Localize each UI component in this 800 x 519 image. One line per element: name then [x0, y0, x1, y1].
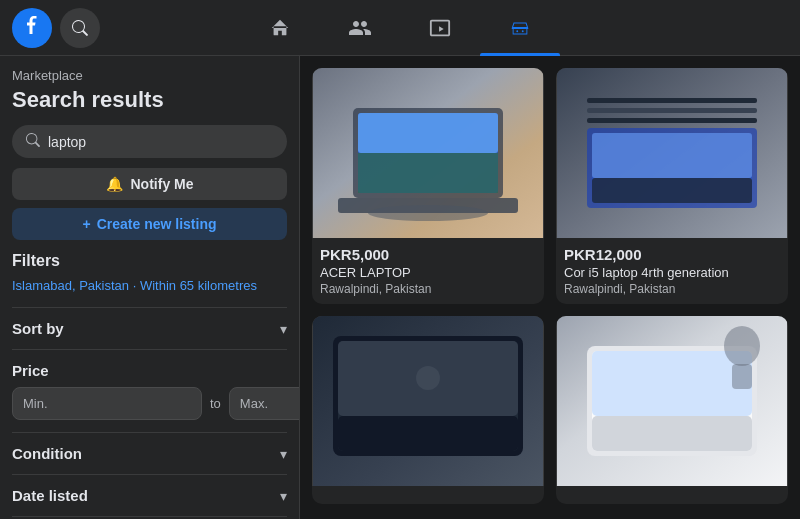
svg-rect-16	[592, 178, 752, 203]
product-name-0: ACER LAPTOP	[320, 265, 536, 280]
condition-filter[interactable]: Condition ▾	[12, 432, 287, 474]
price-min-input[interactable]	[12, 387, 202, 420]
svg-rect-26	[592, 351, 752, 416]
date-listed-label: Date listed	[12, 487, 88, 504]
svg-rect-15	[592, 133, 752, 178]
product-info-0: PKR5,000 ACER LAPTOP Rawalpindi, Pakista…	[312, 238, 544, 304]
svg-point-21	[416, 366, 440, 390]
product-grid: PKR5,000 ACER LAPTOP Rawalpindi, Pakista…	[312, 68, 788, 504]
condition-chevron-icon: ▾	[280, 446, 287, 462]
sidebar: Marketplace Search results 🔔 Notify Me +…	[0, 56, 300, 519]
main-content: PKR5,000 ACER LAPTOP Rawalpindi, Pakista…	[300, 56, 800, 519]
product-location-1: Rawalpindi, Pakistan	[564, 282, 780, 296]
sort-by-filter[interactable]: Sort by ▾	[12, 307, 287, 349]
date-listed-chevron-icon: ▾	[280, 488, 287, 504]
notify-me-button[interactable]: 🔔 Notify Me	[12, 168, 287, 200]
svg-rect-11	[587, 108, 757, 113]
product-location-0: Rawalpindi, Pakistan	[320, 282, 536, 296]
product-card-3[interactable]	[556, 316, 788, 504]
product-info-2	[312, 486, 544, 504]
price-filter: Price to	[12, 349, 287, 432]
date-listed-filter[interactable]: Date listed ▾	[12, 474, 287, 516]
product-info-1: PKR12,000 Cor i5 laptop 4rth generation …	[556, 238, 788, 304]
notify-btn-label: Notify Me	[131, 176, 194, 192]
svg-rect-10	[587, 98, 757, 103]
svg-point-1	[522, 30, 524, 32]
sort-by-label: Sort by	[12, 320, 64, 337]
search-button[interactable]	[60, 8, 100, 48]
plus-icon: +	[83, 216, 91, 232]
search-box[interactable]	[12, 125, 287, 158]
search-icon	[26, 133, 40, 150]
price-max-input[interactable]	[229, 387, 300, 420]
svg-rect-29	[732, 364, 752, 389]
main-layout: Marketplace Search results 🔔 Notify Me +…	[0, 56, 800, 519]
sort-by-chevron-icon: ▾	[280, 321, 287, 337]
svg-rect-6	[358, 153, 498, 193]
product-image-1	[556, 68, 788, 238]
nav-marketplace-button[interactable]	[480, 0, 560, 56]
product-card-2[interactable]	[312, 316, 544, 504]
product-image-2	[312, 316, 544, 486]
facebook-logo[interactable]	[12, 8, 52, 48]
filters-heading: Filters	[12, 252, 287, 270]
nav-center	[240, 0, 560, 56]
nav-left	[12, 8, 100, 48]
create-btn-label: Create new listing	[97, 216, 217, 232]
breadcrumb: Marketplace	[12, 68, 287, 83]
svg-point-28	[724, 326, 760, 366]
nav-watch-button[interactable]	[400, 0, 480, 56]
svg-rect-27	[592, 416, 752, 451]
svg-point-0	[516, 30, 518, 32]
top-navigation	[0, 0, 800, 56]
product-image-0	[312, 68, 544, 238]
svg-rect-5	[358, 113, 498, 153]
product-info-3	[556, 486, 788, 504]
product-image-3	[556, 316, 788, 486]
condition-label: Condition	[12, 445, 82, 462]
location-filter[interactable]: Islamabad, Pakistan · Within 65 kilometr…	[12, 278, 287, 293]
page-title: Search results	[12, 87, 287, 113]
price-inputs-row: to	[12, 387, 287, 420]
product-card-1[interactable]: PKR12,000 Cor i5 laptop 4rth generation …	[556, 68, 788, 304]
svg-rect-12	[587, 118, 757, 123]
create-listing-button[interactable]: + Create new listing	[12, 208, 287, 240]
nav-home-button[interactable]	[240, 0, 320, 56]
price-label: Price	[12, 362, 287, 379]
svg-rect-22	[338, 416, 518, 451]
bell-icon: 🔔	[106, 176, 123, 192]
product-card-0[interactable]: PKR5,000 ACER LAPTOP Rawalpindi, Pakista…	[312, 68, 544, 304]
search-input[interactable]	[48, 134, 273, 150]
price-to-label: to	[210, 396, 221, 411]
product-price-1: PKR12,000	[564, 246, 780, 263]
product-name-1: Cor i5 laptop 4rth generation	[564, 265, 780, 280]
product-price-0: PKR5,000	[320, 246, 536, 263]
nav-friends-button[interactable]	[320, 0, 400, 56]
svg-point-8	[368, 205, 488, 221]
